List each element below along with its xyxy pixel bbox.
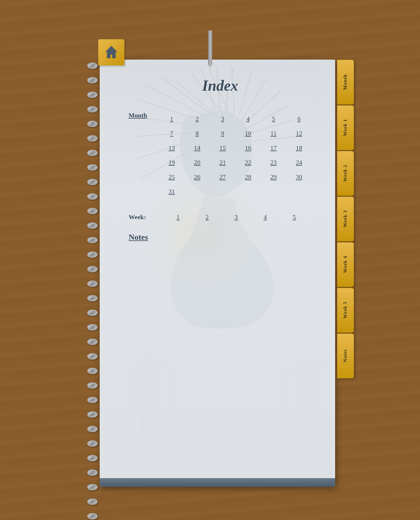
- spiral-ring: [87, 353, 98, 360]
- spiral-ring: [87, 455, 98, 461]
- tab-week3-label: Week 3: [342, 210, 348, 227]
- notes-section: Notes: [129, 233, 312, 242]
- spiral-ring: [87, 310, 98, 316]
- page-bottom-bar: [100, 478, 335, 487]
- week-5-link[interactable]: 5: [280, 213, 309, 221]
- tab-week1[interactable]: Week 1: [337, 105, 354, 150]
- spiral-ring: [87, 164, 98, 171]
- day-9[interactable]: 9: [210, 126, 235, 141]
- day-25[interactable]: 25: [159, 170, 185, 184]
- day-13[interactable]: 13: [159, 141, 185, 155]
- side-tabs: Month Week 1 Week 2 Week 3 Week 4 Week 5…: [337, 60, 354, 379]
- calendar-row-3: 13 14 15 16 17 18: [129, 141, 312, 155]
- calendar-row-4: 19 20 21 22 23 24: [129, 155, 312, 170]
- day-18[interactable]: 18: [286, 141, 312, 155]
- week-row: Week: 1 2 3 4 5: [129, 213, 312, 221]
- day-23[interactable]: 23: [261, 155, 286, 170]
- day-20[interactable]: 20: [185, 155, 210, 170]
- spiral-ring: [87, 295, 98, 301]
- calendar-row-label: Month 1 2 3 4 5 6: [129, 112, 312, 126]
- day-31[interactable]: 31: [159, 184, 185, 199]
- day-5[interactable]: 5: [261, 112, 286, 126]
- week-row-label: Week:: [129, 213, 164, 221]
- day-10[interactable]: 10: [235, 126, 261, 141]
- day-17[interactable]: 17: [261, 141, 286, 155]
- day-6[interactable]: 6: [286, 112, 312, 126]
- page-title: Index: [129, 77, 312, 94]
- day-19[interactable]: 19: [159, 155, 185, 170]
- spiral-ring: [87, 106, 98, 112]
- spiral-ring: [87, 426, 98, 432]
- spiral-ring: [87, 179, 98, 185]
- day-4[interactable]: 4: [235, 112, 261, 126]
- day-16[interactable]: 16: [235, 141, 261, 155]
- spiral-ring: [87, 368, 98, 374]
- day-3[interactable]: 3: [210, 112, 235, 126]
- day-30[interactable]: 30: [286, 170, 312, 184]
- tab-week5-label: Week 5: [342, 301, 348, 319]
- svg-marker-0: [106, 46, 117, 58]
- day-2[interactable]: 2: [185, 112, 210, 126]
- week-4-link[interactable]: 4: [251, 213, 280, 221]
- spiral-binding: [85, 22, 100, 498]
- calendar-row-5: 25 26 27 28 29 30: [129, 170, 312, 184]
- day-7[interactable]: 7: [159, 126, 185, 141]
- calendar-table: Month 1 2 3 4 5 6 7 8 9: [129, 112, 312, 199]
- week-2-link[interactable]: 2: [193, 213, 222, 221]
- spiral-ring: [87, 382, 98, 389]
- spiral-ring: [87, 92, 98, 98]
- tab-notes-label: Notes: [342, 349, 348, 362]
- day-15[interactable]: 15: [210, 141, 235, 155]
- calendar-row-6: 31: [129, 184, 312, 199]
- week-1-link[interactable]: 1: [164, 213, 193, 221]
- tab-week3[interactable]: Week 3: [337, 196, 354, 242]
- spiral-ring: [87, 498, 98, 505]
- notes-link[interactable]: Notes: [129, 233, 148, 242]
- spiral-ring: [87, 397, 98, 403]
- spiral-ring: [87, 237, 98, 243]
- spiral-ring: [87, 324, 98, 330]
- day-14[interactable]: 14: [185, 141, 210, 155]
- day-24[interactable]: 24: [286, 155, 312, 170]
- calendar-row-2: 7 8 9 10 11 12: [129, 126, 312, 141]
- day-22[interactable]: 22: [235, 155, 261, 170]
- month-label[interactable]: Month: [129, 112, 159, 126]
- tab-week1-label: Week 1: [342, 119, 348, 136]
- spiral-ring: [87, 121, 98, 127]
- day-27[interactable]: 27: [210, 170, 235, 184]
- day-12[interactable]: 12: [286, 126, 312, 141]
- notebook-page: Index Month 1 2 3 4 5 6: [100, 60, 335, 487]
- tab-week2[interactable]: Week 2: [337, 151, 354, 196]
- tab-month[interactable]: Month: [337, 60, 354, 105]
- tab-week4-label: Week 4: [342, 256, 348, 273]
- pencil-decoration: [208, 31, 212, 65]
- day-26[interactable]: 26: [185, 170, 210, 184]
- spiral-ring: [87, 251, 98, 258]
- day-8[interactable]: 8: [185, 126, 210, 141]
- spiral-ring: [87, 469, 98, 476]
- page-content: Index Month 1 2 3 4 5 6: [100, 60, 335, 487]
- spiral-ring: [87, 150, 98, 156]
- spiral-ring: [87, 135, 98, 142]
- week-section: Week: 1 2 3 4 5: [129, 213, 312, 221]
- spiral-ring: [87, 62, 98, 69]
- home-tab[interactable]: [98, 39, 124, 65]
- tab-week5[interactable]: Week 5: [337, 288, 354, 333]
- day-11[interactable]: 11: [261, 126, 286, 141]
- day-1[interactable]: 1: [159, 112, 185, 126]
- day-29[interactable]: 29: [261, 170, 286, 184]
- spiral-ring: [87, 208, 98, 214]
- spiral-ring: [87, 440, 98, 447]
- spiral-ring: [87, 77, 98, 83]
- week-3-link[interactable]: 3: [222, 213, 251, 221]
- tab-week4[interactable]: Week 4: [337, 242, 354, 287]
- notebook: Index Month 1 2 3 4 5 6: [68, 22, 353, 498]
- day-28[interactable]: 28: [235, 170, 261, 184]
- day-21[interactable]: 21: [210, 155, 235, 170]
- home-icon: [103, 44, 119, 60]
- spiral-ring: [87, 484, 98, 490]
- spiral-ring: [87, 339, 98, 345]
- spiral-ring: [87, 411, 98, 418]
- spiral-ring: [87, 222, 98, 229]
- tab-notes[interactable]: Notes: [337, 333, 354, 378]
